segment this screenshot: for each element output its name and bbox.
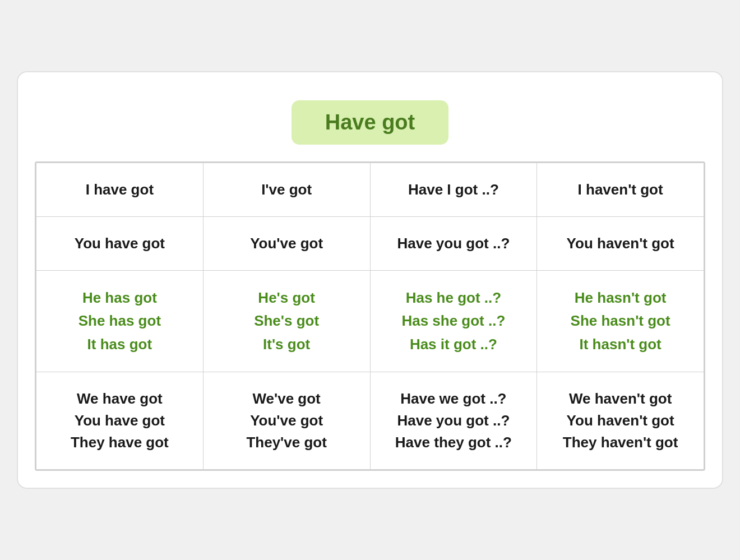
title-badge: Have got xyxy=(292,100,448,145)
table-cell: Has he got ..?Has she got ..?Has it got … xyxy=(370,270,537,372)
cell-line: He hasn't got xyxy=(575,289,667,306)
cell-content: He hasn't gotShe hasn't gotIt hasn't got xyxy=(548,286,692,357)
table-cell: Have we got ..?Have you got ..?Have they… xyxy=(370,372,537,470)
table-cell: He's gotShe's gotIt's got xyxy=(203,270,370,372)
table-row: He has gotShe has gotIt has gotHe's gotS… xyxy=(36,270,704,372)
cell-content: Has he got ..?Has she got ..?Has it got … xyxy=(382,286,526,357)
table-cell: I haven't got xyxy=(537,163,704,216)
table-row: We have gotYou have gotThey have gotWe'v… xyxy=(36,372,704,470)
title-label: Have got xyxy=(325,110,415,134)
cell-line: We've got xyxy=(252,390,320,407)
cell-line: She has got xyxy=(78,312,161,329)
cell-line: You have got xyxy=(75,235,165,252)
cell-line: She's got xyxy=(254,312,319,329)
cell-line: Have you got ..? xyxy=(397,412,510,429)
table-cell: We haven't gotYou haven't gotThey haven'… xyxy=(537,372,704,470)
cell-content: You've got xyxy=(215,233,359,254)
cell-line: He's got xyxy=(258,289,315,306)
cell-content: You have got xyxy=(48,233,192,254)
table-container: I have gotI've gotHave I got ..?I haven'… xyxy=(35,161,705,471)
cell-line: You have got xyxy=(75,412,165,429)
title-section: Have got xyxy=(35,89,705,161)
table-row: I have gotI've gotHave I got ..?I haven'… xyxy=(36,163,704,216)
cell-line: He has got xyxy=(82,289,157,306)
table-cell: You have got xyxy=(36,216,203,270)
table-cell: Have I got ..? xyxy=(370,163,537,216)
cell-line: They have got xyxy=(71,434,169,451)
cell-line: Have I got ..? xyxy=(408,181,499,198)
cell-line: It has got xyxy=(87,336,152,353)
table-cell: We have gotYou have gotThey have got xyxy=(36,372,203,470)
cell-line: I haven't got xyxy=(578,181,663,198)
cell-line: Have you got ..? xyxy=(397,235,510,252)
table-cell: I have got xyxy=(36,163,203,216)
cell-line: You've got xyxy=(250,235,323,252)
cell-content: I haven't got xyxy=(548,179,692,201)
cell-line: They've got xyxy=(246,434,326,451)
cell-content: We have gotYou have gotThey have got xyxy=(48,388,192,453)
cell-line: It's got xyxy=(263,336,310,353)
cell-content: We've gotYou've gotThey've got xyxy=(215,388,359,453)
table-cell: You haven't got xyxy=(537,216,704,270)
cell-content: Have I got ..? xyxy=(382,179,526,201)
cell-line: You haven't got xyxy=(567,235,674,252)
cell-line: You've got xyxy=(250,412,323,429)
cell-line: It hasn't got xyxy=(579,336,661,353)
cell-line: We have got xyxy=(77,390,163,407)
cell-content: I have got xyxy=(48,179,192,201)
cell-content: You haven't got xyxy=(548,233,692,254)
cell-line: They haven't got xyxy=(563,434,678,451)
cell-line: Has it got ..? xyxy=(410,336,497,353)
table-cell: I've got xyxy=(203,163,370,216)
table-cell: Have you got ..? xyxy=(370,216,537,270)
cell-line: You haven't got xyxy=(567,412,674,429)
cell-line: She hasn't got xyxy=(571,312,670,329)
table-cell: You've got xyxy=(203,216,370,270)
cell-content: Have you got ..? xyxy=(382,233,526,254)
cell-line: I have got xyxy=(86,181,154,198)
cell-content: Have we got ..?Have you got ..?Have they… xyxy=(382,388,526,453)
cell-line: Have we got ..? xyxy=(400,390,506,407)
cell-content: We haven't gotYou haven't gotThey haven'… xyxy=(548,388,692,453)
cell-line: Has he got ..? xyxy=(406,289,501,306)
table-row: You have gotYou've gotHave you got ..?Yo… xyxy=(36,216,704,270)
cell-content: He has gotShe has gotIt has got xyxy=(48,286,192,357)
cell-content: He's gotShe's gotIt's got xyxy=(215,286,359,357)
table-cell: He hasn't gotShe hasn't gotIt hasn't got xyxy=(537,270,704,372)
main-card: Have got I have gotI've gotHave I got ..… xyxy=(17,71,723,489)
cell-line: I've got xyxy=(261,181,312,198)
cell-line: Have they got ..? xyxy=(395,434,512,451)
cell-content: I've got xyxy=(215,179,359,201)
cell-line: We haven't got xyxy=(569,390,672,407)
table-cell: We've gotYou've gotThey've got xyxy=(203,372,370,470)
cell-line: Has she got ..? xyxy=(401,312,505,329)
conjugation-table: I have gotI've gotHave I got ..?I haven'… xyxy=(36,163,704,470)
table-cell: He has gotShe has gotIt has got xyxy=(36,270,203,372)
